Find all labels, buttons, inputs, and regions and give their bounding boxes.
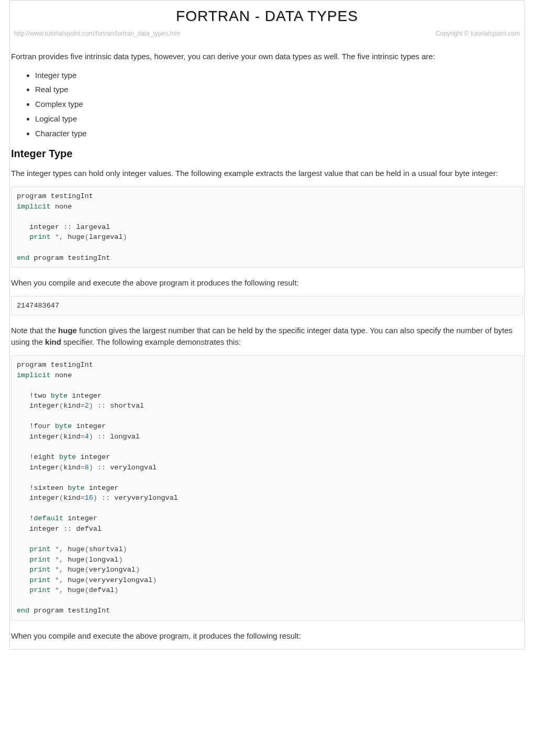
code-text: two <box>34 392 50 400</box>
code-punc: *, <box>55 586 63 594</box>
code-text: integer <box>17 464 59 472</box>
code-text: huge <box>63 545 85 553</box>
code-punc: ) <box>93 494 97 502</box>
page-title: FORTRAN - DATA TYPES <box>10 6 524 27</box>
intrinsic-types-list: Integer type Real type Complex type Logi… <box>11 70 523 139</box>
code-keyword: end <box>17 254 29 262</box>
code-keyword: end <box>17 607 29 615</box>
code-punc: :: <box>63 223 72 231</box>
code-keyword: print <box>17 233 55 241</box>
code-text: program testingInt <box>29 607 110 615</box>
code-text: integer <box>72 422 106 430</box>
code-block-2: program testingInt implicit none !two by… <box>11 355 523 621</box>
code-text: integer <box>63 514 97 522</box>
meta-row: http://www.tutorialspoint.com/fortran/fo… <box>10 29 524 38</box>
code-punc: *, <box>55 566 63 574</box>
code-text: huge <box>63 576 85 584</box>
code-punc: ( <box>59 494 63 502</box>
code-punc: ( <box>85 586 89 594</box>
code-text: ! <box>17 484 34 492</box>
code-punc: ) <box>123 233 127 241</box>
code-punc: = <box>81 494 85 502</box>
code-punc: :: <box>63 525 72 533</box>
code-text: shortval <box>106 402 144 410</box>
note-bold-kind: kind <box>45 337 61 346</box>
note-text: Note that the <box>11 326 58 335</box>
code-punc: ) <box>152 576 157 584</box>
code-text: none <box>51 203 72 211</box>
code-punc: ) <box>123 545 127 553</box>
list-item: Character type <box>35 128 523 139</box>
code-text: integer <box>68 392 102 400</box>
code-text: program testingInt <box>17 192 93 200</box>
code-punc: :: <box>97 494 110 502</box>
output-block-1: 2147483647 <box>11 296 523 316</box>
note-paragraph: Note that the huge function gives the la… <box>11 325 523 348</box>
code-number: 4 <box>85 433 89 441</box>
code-punc: *, <box>55 545 63 553</box>
code-block-1: program testingInt implicit none integer… <box>11 187 523 268</box>
code-text: integer <box>17 525 63 533</box>
code-punc: ( <box>59 433 63 441</box>
code-text: shortval <box>89 545 123 553</box>
code-punc: ) <box>136 566 140 574</box>
code-punc: ) <box>118 556 123 564</box>
code-text: kind <box>63 494 80 502</box>
code-punc: *, <box>55 233 63 241</box>
code-punc: ( <box>85 566 89 574</box>
code-text: defval <box>89 586 115 594</box>
code-text: verylongval <box>89 566 136 574</box>
code-punc: :: <box>93 464 106 472</box>
code-text: program testingInt <box>29 254 110 262</box>
code-punc: ( <box>85 556 89 564</box>
result-intro-1: When you compile and execute the above p… <box>11 277 523 289</box>
code-text: huge <box>63 566 85 574</box>
code-text: kind <box>63 464 80 472</box>
code-punc: :: <box>93 402 106 410</box>
code-text: integer <box>17 433 59 441</box>
code-keyword: default <box>34 514 63 522</box>
code-text: longval <box>89 556 119 564</box>
list-item: Logical type <box>35 113 523 125</box>
code-text: eight <box>34 453 59 461</box>
code-text: four <box>34 422 55 430</box>
code-punc: ( <box>85 233 89 241</box>
code-keyword: print <box>17 566 55 574</box>
code-text: ! <box>17 514 34 522</box>
code-text: integer <box>17 494 59 502</box>
code-punc: ( <box>59 464 63 472</box>
code-punc: ) <box>89 433 93 441</box>
code-text: sixteen <box>34 484 68 492</box>
list-item: Real type <box>35 84 523 95</box>
source-url-link[interactable]: http://www.tutorialspoint.com/fortran/fo… <box>14 29 180 38</box>
code-text: integer <box>17 402 59 410</box>
code-text: longval <box>106 433 140 441</box>
code-text: largeval <box>72 223 110 231</box>
code-number: 8 <box>85 464 89 472</box>
code-keyword: print <box>17 586 55 594</box>
note-bold-huge: huge <box>58 326 77 335</box>
result-intro-2: When you compile and execute the above p… <box>11 630 523 642</box>
code-text: huge <box>63 233 85 241</box>
code-keyword: print <box>17 576 55 584</box>
section-heading-integer: Integer Type <box>11 146 523 161</box>
code-text: huge <box>63 556 85 564</box>
code-punc: = <box>81 433 85 441</box>
list-item: Complex type <box>35 98 523 110</box>
code-text: integer <box>17 223 63 231</box>
code-keyword: print <box>17 545 55 553</box>
code-text: veryverylongval <box>110 494 178 502</box>
code-punc: :: <box>93 433 106 441</box>
code-keyword: byte <box>68 484 84 492</box>
code-punc: ) <box>114 586 118 594</box>
code-text: largeval <box>89 233 123 241</box>
code-punc: ( <box>59 402 63 410</box>
output-text: 2147483647 <box>17 302 59 310</box>
list-item: Integer type <box>35 70 523 81</box>
code-text: program testingInt <box>17 361 93 369</box>
intro-paragraph: Fortran provides five intrinsic data typ… <box>11 51 523 62</box>
code-number: 16 <box>85 494 93 502</box>
code-text: defval <box>72 525 102 533</box>
code-text: huge <box>63 586 85 594</box>
code-punc: *, <box>55 556 63 564</box>
